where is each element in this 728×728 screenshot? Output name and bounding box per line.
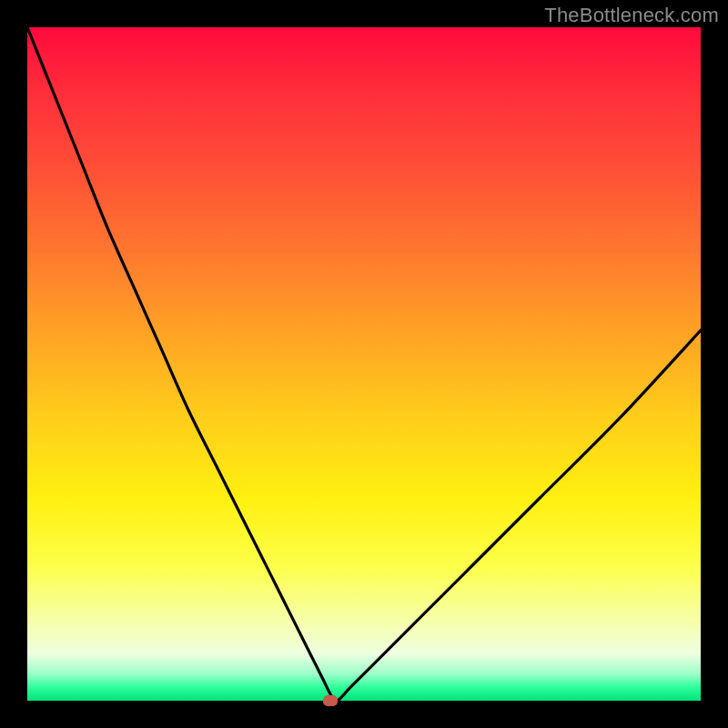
optimum-marker: [323, 695, 338, 706]
bottleneck-curve: [27, 27, 701, 701]
plot-area: [27, 27, 701, 701]
chart-frame: TheBottleneck.com: [0, 0, 728, 728]
curve-svg: [27, 27, 701, 701]
watermark-text: TheBottleneck.com: [544, 4, 719, 27]
